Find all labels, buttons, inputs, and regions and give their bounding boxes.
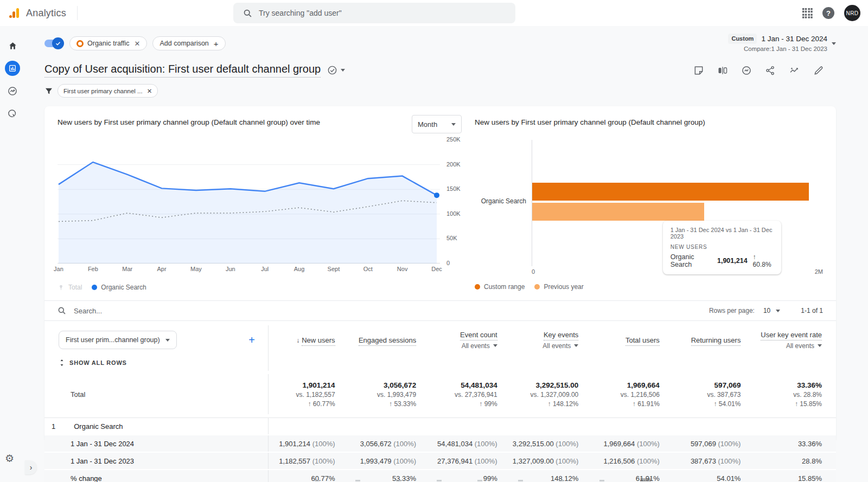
dimension-dropdown-value: First user prim...channel group) xyxy=(66,336,160,344)
advertising-icon xyxy=(7,108,18,119)
x-tick: Sept xyxy=(328,266,340,272)
edit-pencil-icon[interactable] xyxy=(813,65,824,76)
bar-custom-range[interactable] xyxy=(532,183,809,201)
add-column-button[interactable]: + xyxy=(248,334,255,346)
y-tick: 100K xyxy=(446,210,461,217)
main-content: Organic traffic ✕ Add comparison + Custo… xyxy=(25,26,868,482)
brand[interactable]: Analytics xyxy=(0,6,78,20)
x-tick: Oct xyxy=(363,266,373,272)
row-index: 1 xyxy=(52,422,55,430)
chevron-down-icon xyxy=(493,344,497,347)
granularity-value: Month xyxy=(418,120,437,128)
legend-dot xyxy=(534,284,540,290)
sidebar-item-home[interactable] xyxy=(5,38,20,53)
remove-filter-icon[interactable]: ✕ xyxy=(147,87,152,95)
total-cell-engaged-sessions: 3,056,672vs. 1,993,479↑ 53.33% xyxy=(349,374,431,414)
plus-icon: + xyxy=(214,39,219,48)
table-search-input[interactable]: Search... xyxy=(74,307,102,315)
comparison-toggle[interactable] xyxy=(44,40,63,47)
sidebar-item-reports[interactable] xyxy=(5,61,20,76)
legend-item-organic-search[interactable]: Organic Search xyxy=(92,284,146,291)
insights-clock-icon[interactable] xyxy=(741,65,752,76)
column-header-engaged-sessions[interactable]: Engaged sessions xyxy=(349,325,431,355)
share-icon[interactable] xyxy=(765,65,776,76)
y-tick: 50K xyxy=(446,235,457,241)
bar-chart-title: New users by First user primary channel … xyxy=(475,115,705,126)
x-tick: 2M xyxy=(815,268,823,275)
tooltip-change: ↑ 60.8% xyxy=(753,253,774,268)
column-header-key-events[interactable]: Key eventsAll events xyxy=(512,325,593,355)
insights-spark-icon[interactable] xyxy=(789,65,800,76)
chevron-down-icon xyxy=(451,123,456,126)
x-tick: Apr xyxy=(157,266,167,272)
comparison-panel-icon[interactable] xyxy=(717,65,728,76)
metric-event-filter[interactable]: All events xyxy=(542,342,571,350)
unfold-icon xyxy=(59,359,65,367)
x-tick: May xyxy=(190,266,202,272)
date-range-value: 1 Jan - 31 Dec 2024 xyxy=(761,35,827,43)
column-header-event-count[interactable]: Event countAll events xyxy=(430,325,512,355)
rows-per-page-label: Rows per page: xyxy=(709,307,755,314)
comparison-chip-label: Organic traffic xyxy=(87,40,130,47)
avatar[interactable]: NRD xyxy=(844,5,860,21)
note-icon[interactable] xyxy=(693,65,704,76)
global-search-input[interactable]: Try searching "add user" xyxy=(233,3,515,23)
date-range-picker[interactable]: Custom 1 Jan - 31 Dec 2024 Compare:1 Jan… xyxy=(728,34,836,53)
row-name: Organic Search xyxy=(74,422,123,430)
sidebar-item-advertising[interactable] xyxy=(5,106,20,121)
add-comparison-button[interactable]: Add comparison + xyxy=(152,36,225,50)
metric-event-filter[interactable]: All events xyxy=(786,342,814,350)
legend-label: Total xyxy=(68,284,82,291)
help-icon[interactable]: ? xyxy=(822,7,834,19)
granularity-select[interactable]: Month xyxy=(412,115,462,133)
metric-event-filter[interactable]: All events xyxy=(462,342,490,350)
tooltip-value: 1,901,214 xyxy=(717,257,748,265)
chevron-down-icon xyxy=(832,42,836,45)
settings-gear-icon[interactable]: ⚙ xyxy=(5,452,14,465)
report-card: New users by First user primary channel … xyxy=(44,106,836,442)
x-tick: Dec xyxy=(431,266,442,272)
line-chart-svg xyxy=(58,140,440,264)
sort-desc-icon: ↓ xyxy=(296,337,299,344)
x-tick: 0 xyxy=(532,268,535,275)
filter-funnel-icon xyxy=(44,87,53,95)
toggle-knob xyxy=(52,37,64,49)
legend-dot xyxy=(475,284,480,290)
x-tick: Mar xyxy=(122,266,132,272)
show-all-rows-button[interactable]: SHOW ALL ROWS xyxy=(44,359,268,367)
filter-chip[interactable]: First user primary channel ... ✕ xyxy=(58,84,158,98)
apps-grid-icon[interactable] xyxy=(802,8,813,18)
comparison-chip-organic-traffic[interactable]: Organic traffic ✕ xyxy=(69,36,147,50)
bar-previous-year[interactable] xyxy=(532,203,704,221)
sidebar-item-explore[interactable] xyxy=(5,83,20,99)
line-chart[interactable]: 050K100K150K200K250K xyxy=(58,140,440,264)
total-cell-event-count: 54,481,034vs. 27,376,941↑ 99% xyxy=(430,374,512,414)
legend-item-custom-range[interactable]: Custom range xyxy=(475,283,525,291)
column-header-user-key-event-rate[interactable]: User key event rateAll events xyxy=(755,325,836,355)
table-subrow-1-jan-31-dec-2023[interactable]: 1 Jan - 31 Dec 20231,182,557 (100%)1,993… xyxy=(44,452,836,469)
title-menu-chevron-icon[interactable] xyxy=(341,69,345,72)
chevron-down-icon xyxy=(165,339,170,342)
table-header-row: First user prim...channel group) + ↓New … xyxy=(44,321,836,355)
check-circle-icon[interactable] xyxy=(327,65,337,75)
brand-name: Analytics xyxy=(26,8,66,19)
total-cell-total-users: 1,969,664vs. 1,216,506↑ 61.91% xyxy=(592,374,674,414)
x-tick: Jul xyxy=(261,266,269,272)
remove-comparison-icon[interactable]: ✕ xyxy=(135,40,141,48)
search-placeholder: Try searching "add user" xyxy=(259,9,342,17)
rows-per-page-chevron-icon[interactable] xyxy=(776,310,780,312)
table-row-organic-search[interactable]: 1 Organic Search xyxy=(44,417,836,434)
column-header-returning-users[interactable]: Returning users xyxy=(674,325,755,355)
total-cell-returning-users: 597,069vs. 387,673↑ 54.01% xyxy=(674,374,755,414)
legend-item-total[interactable]: Total xyxy=(58,284,82,291)
page-title[interactable]: Copy of User acquisition: First user def… xyxy=(44,63,321,78)
legend-item-previous-year[interactable]: Previous year xyxy=(534,283,583,291)
dimension-dropdown[interactable]: First user prim...channel group) xyxy=(59,331,177,349)
data-table: Search... Rows per page: 10 1-1 of 1 Fir… xyxy=(44,300,836,482)
column-header-new-users[interactable]: ↓New users xyxy=(268,325,349,355)
column-header-total-users[interactable]: Total users xyxy=(592,325,674,355)
table-subrow-1-jan-31-dec-2024[interactable]: 1 Jan - 31 Dec 20241,901,214 (100%)3,056… xyxy=(44,434,836,452)
chevron-down-icon xyxy=(818,344,822,347)
rows-per-page-value[interactable]: 10 xyxy=(763,307,770,314)
line-chart-title: New users by First user primary channel … xyxy=(58,115,320,126)
